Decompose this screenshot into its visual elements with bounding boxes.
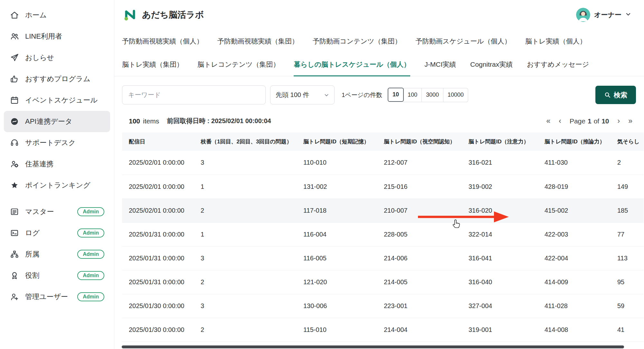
search-button[interactable]: 検索 [595, 86, 636, 104]
page-size-option-10[interactable]: 10 [388, 88, 404, 102]
column-header-delivery-date: 配信日 [122, 132, 194, 151]
tab-video-content-group[interactable]: 予防動画コンテンツ（集団） [313, 30, 401, 53]
star-icon [10, 180, 19, 190]
table-row[interactable]: 2025/01/30 0:00:00 3 130-006 223-001 327… [122, 294, 644, 318]
pagination-prev-button[interactable]: ‹ [559, 117, 561, 125]
sidebar-item-point-ranking[interactable]: ポイントランキング [4, 175, 110, 196]
page-size-option-3000[interactable]: 3000 [422, 88, 443, 102]
page-size-label: 1ページの件数 [342, 91, 382, 99]
sidebar-item-support-desk[interactable]: サポートデスク [4, 132, 110, 153]
sidebar-item-label: ログ [25, 228, 40, 238]
chevron-down-icon [625, 11, 631, 18]
tab-video-watch-group[interactable]: 予防動画視聴実績（集団） [217, 30, 298, 53]
tab-video-schedule-personal[interactable]: 予防動画スケジュール（個人） [415, 30, 511, 53]
cell-distraction: 149 [611, 175, 644, 199]
current-page-number: 1 [588, 117, 592, 125]
cell-visuospatial-id: 212-007 [377, 151, 462, 175]
pagination-last-button[interactable]: » [628, 117, 632, 125]
sidebar-item-label: おしらせ [25, 53, 54, 63]
tab-braintraining-content-group[interactable]: 脳トレコンテンツ（集団） [197, 53, 279, 76]
of-label: of [594, 117, 600, 125]
sidebar-item-label: おすすめプログラム [25, 74, 90, 84]
tab-cognitrax-results[interactable]: Cognitrax実績 [470, 53, 513, 76]
cell-short-term-memory-id: 110-010 [297, 151, 377, 175]
admin-badge: Admin [77, 271, 104, 280]
cell-delivery-date: 2025/01/31 0:00:00 [122, 270, 194, 294]
table-row[interactable]: 2025/02/01 0:00:00 1 131-002 215-016 319… [122, 175, 644, 199]
cell-branch-number: 2 [194, 318, 297, 342]
cell-short-term-memory-id: 121-020 [297, 270, 377, 294]
tab-jmci-results[interactable]: J-MCI実績 [424, 53, 456, 76]
horizontal-scrollbar[interactable] [122, 345, 624, 348]
page-size-group: 10 100 3000 10000 [388, 88, 468, 102]
sidebar-group-divider [4, 196, 110, 201]
table-row[interactable]: 2025/02/01 0:00:00 3 110-010 212-007 316… [122, 151, 644, 175]
table-row[interactable]: 2025/01/31 0:00:00 3 116-005 214-006 316… [122, 246, 644, 270]
tab-living-braintraining-schedule-personal[interactable]: 暮らしの脳トレスケジュール（個人） [294, 53, 410, 76]
sidebar-item-line-users[interactable]: LINE利用者 [4, 26, 110, 47]
range-select[interactable]: 先頭 100 件 [270, 85, 335, 104]
tab-braintraining-results-personal[interactable]: 脳トレ実績（個人） [525, 30, 586, 53]
admin-badge: Admin [77, 207, 104, 216]
cell-delivery-date: 2025/01/31 0:00:00 [122, 222, 194, 246]
tab-row-2: 脳トレ実績（集団） 脳トレコンテンツ（集団） 暮らしの脳トレスケジュール（個人）… [122, 53, 644, 76]
pagination: « ‹ Page 1 of 10 › » [546, 117, 632, 125]
brand-logo-icon [123, 8, 137, 22]
sidebar-item-resident-linkage[interactable]: 住基連携 [4, 153, 110, 175]
data-table: 配信日 枝番（1回目、2回目、3回目の問題） 脳トレ問題ID（短期記憶） 脳トレ… [122, 132, 644, 342]
sidebar-item-role[interactable]: 役割 Admin [4, 265, 110, 286]
pagination-first-button[interactable]: « [546, 117, 550, 125]
sidebar-item-master[interactable]: マスター Admin [4, 201, 110, 222]
cell-short-term-memory-id: 130-006 [297, 294, 377, 318]
cell-reasoning-id: 422-003 [538, 222, 611, 246]
admin-badge: Admin [77, 292, 104, 301]
column-header-visuospatial-id: 脳トレ問題ID（視空間認知） [377, 132, 462, 151]
tab-braintraining-results-group[interactable]: 脳トレ実績（集団） [122, 53, 183, 76]
app-root: ホーム LINE利用者 おしらせ おすすめプログラム イベントスケジュール [0, 0, 644, 349]
sidebar-item-admin-users[interactable]: 管理ユーザー Admin [4, 286, 110, 307]
sidebar-item-home[interactable]: ホーム [4, 5, 110, 26]
table-row[interactable]: 2025/01/31 0:00:00 1 116-004 228-005 322… [122, 222, 644, 246]
sidebar-item-event-schedule[interactable]: イベントスケジュール [4, 90, 110, 111]
page-label: Page [570, 117, 585, 125]
cell-attention-id: 316-020 [462, 199, 538, 222]
page-size-option-10000[interactable]: 10000 [443, 88, 468, 102]
sidebar-item-recommended-programs[interactable]: おすすめプログラム [4, 68, 110, 90]
cell-visuospatial-id: 214-004 [377, 318, 462, 342]
user-menu[interactable]: オーナー [576, 8, 631, 22]
cell-delivery-date: 2025/02/01 0:00:00 [122, 199, 194, 222]
sidebar-item-api-data[interactable]: API連携データ [4, 111, 110, 132]
column-header-attention-id: 脳トレ問題ID（注意力） [462, 132, 538, 151]
cell-reasoning-id: 428-019 [538, 175, 611, 199]
sidebar-item-label: LINE利用者 [25, 32, 62, 41]
cell-distraction: 2 [611, 151, 644, 175]
sidebar-item-notices[interactable]: おしらせ [4, 47, 110, 68]
cell-distraction: 59 [611, 294, 644, 318]
tab-recommended-messages[interactable]: おすすめメッセージ [527, 53, 589, 76]
user-role-label: オーナー [594, 10, 621, 19]
cell-branch-number: 2 [194, 199, 297, 222]
table-row[interactable]: 2025/01/30 0:00:00 2 115-010 214-004 319… [122, 318, 644, 342]
users-icon [10, 32, 19, 41]
table-row-hovered[interactable]: 2025/02/01 0:00:00 2 117-018 210-007 316… [122, 199, 644, 222]
sidebar-item-label: マスター [25, 207, 54, 217]
thumbs-up-icon [10, 74, 19, 84]
tab-video-watch-personal[interactable]: 予防動画視聴実績（個人） [122, 30, 203, 53]
column-header-reasoning-id: 脳トレ問題ID（推論力） [538, 132, 611, 151]
sidebar: ホーム LINE利用者 おしらせ おすすめプログラム イベントスケジュール [0, 0, 114, 349]
sidebar-item-affiliation[interactable]: 所属 Admin [4, 244, 110, 265]
cell-branch-number: 1 [194, 222, 297, 246]
top-header: あだち脳活ラボ オーナー [114, 0, 644, 30]
cell-attention-id: 319-001 [462, 318, 538, 342]
cell-distraction: 95 [611, 270, 644, 294]
medal-icon [10, 271, 19, 280]
terminal-icon [10, 228, 19, 238]
keyword-search-input[interactable] [122, 85, 266, 104]
pagination-next-button[interactable]: › [618, 117, 620, 125]
results-bar: 100 items 前回取得日時 : 2025/02/01 00:00:04 «… [114, 104, 644, 125]
column-header-distraction: 気そらし [611, 132, 644, 151]
cell-attention-id: 316-040 [462, 270, 538, 294]
table-row[interactable]: 2025/01/31 0:00:00 2 121-020 214-005 316… [122, 270, 644, 294]
sidebar-item-log[interactable]: ログ Admin [4, 222, 110, 244]
page-size-option-100[interactable]: 100 [403, 88, 422, 102]
